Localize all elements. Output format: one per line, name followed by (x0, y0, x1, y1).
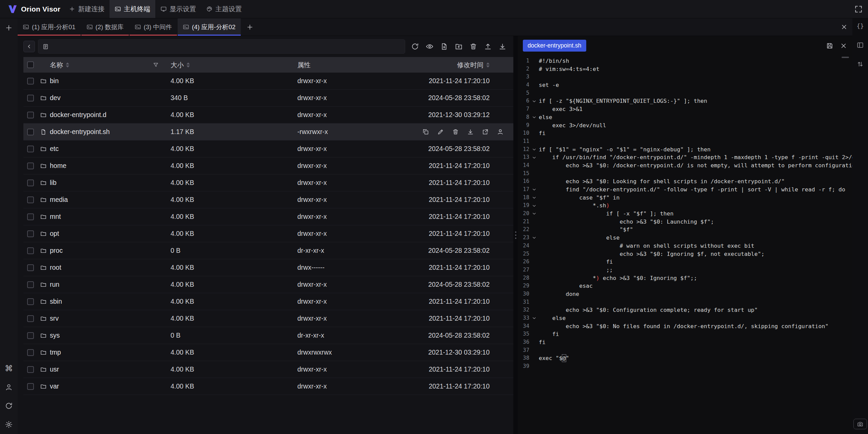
download-icon[interactable] (467, 128, 474, 135)
file-name[interactable]: sbin (37, 298, 171, 305)
header-time-label[interactable]: 修改时间 (457, 60, 484, 70)
tab-2[interactable]: (2) 数据库 (81, 18, 129, 36)
fold-chevron-icon[interactable] (529, 202, 539, 210)
row-checkbox[interactable] (23, 180, 37, 186)
fold-chevron-icon[interactable] (529, 234, 539, 242)
file-name[interactable]: srv (37, 315, 171, 322)
row-checkbox[interactable] (23, 163, 37, 169)
fold-chevron-icon[interactable] (529, 97, 539, 105)
file-name[interactable]: opt (37, 230, 171, 238)
row-checkbox[interactable] (23, 315, 37, 322)
file-row[interactable]: proc0 Bdr-xr-xr-x2024-05-28 23:58:02 (23, 242, 513, 259)
menu-host-terminal[interactable]: 主机终端 (110, 0, 155, 18)
edit-icon[interactable] (437, 128, 444, 135)
person-icon[interactable] (497, 128, 504, 135)
file-row[interactable]: var4.00 KBdrwxr-xr-x2021-11-24 17:20:10 (23, 378, 513, 395)
row-checkbox[interactable] (23, 129, 37, 135)
file-row[interactable]: sys0 Bdr-xr-xr-x2024-05-28 23:58:02 (23, 327, 513, 344)
file-name[interactable]: tmp (37, 348, 171, 356)
select-all-checkbox[interactable] (23, 61, 37, 68)
refresh-icon[interactable] (411, 42, 419, 51)
row-checkbox[interactable] (23, 281, 37, 288)
file-name[interactable]: etc (37, 145, 171, 153)
user-icon[interactable] (5, 383, 13, 391)
file-row[interactable]: run4.00 KBdrwxr-xr-x2024-05-28 23:58:02 (23, 276, 513, 293)
new-file-icon[interactable] (440, 42, 448, 51)
trash-icon[interactable] (452, 128, 459, 135)
new-session-icon[interactable] (5, 24, 13, 32)
row-checkbox[interactable] (23, 230, 37, 237)
path-input[interactable] (38, 39, 405, 54)
file-name[interactable]: docker-entrypoint.d (37, 111, 171, 119)
tab-3[interactable]: (3) 中间件 (130, 18, 177, 36)
fold-chevron-icon[interactable] (529, 146, 539, 154)
panel-splitter[interactable] (513, 36, 518, 434)
menu-display-settings[interactable]: 显示设置 (155, 0, 201, 18)
screenshot-button[interactable] (853, 419, 867, 429)
sync-icon[interactable] (5, 402, 13, 410)
menu-theme-settings[interactable]: 主题设置 (201, 0, 247, 18)
code-editor[interactable]: 1#!/bin/sh2# vim:sw=4:ts=4:et34set -e56i… (518, 55, 852, 434)
file-row[interactable]: opt4.00 KBdrwxr-xr-x2021-11-24 17:20:10 (23, 225, 513, 242)
file-row[interactable]: etc4.00 KBdrwxr-xr-x2024-05-28 23:58:02 (23, 140, 513, 157)
file-row[interactable]: srv4.00 KBdrwxr-xr-x2021-11-24 17:20:10 (23, 310, 513, 327)
row-checkbox[interactable] (23, 146, 37, 152)
file-row[interactable]: usr4.00 KBdrwxr-xr-x2021-11-24 17:20:10 (23, 361, 513, 378)
row-checkbox[interactable] (23, 366, 37, 373)
file-name[interactable]: lib (37, 179, 171, 187)
file-row[interactable]: lib4.00 KBdrwxr-xr-x2021-11-24 17:20:10 (23, 174, 513, 191)
tab-4[interactable]: (4) 应用-分析02 (178, 18, 241, 36)
sort-name-icon[interactable] (66, 62, 69, 68)
save-icon[interactable] (826, 42, 833, 50)
file-row[interactable]: docker-entrypoint.d4.00 KBdrwxr-xr-x2021… (23, 107, 513, 124)
fullscreen-icon[interactable] (854, 5, 863, 14)
file-name[interactable]: proc (37, 247, 171, 254)
fold-chevron-icon[interactable] (529, 210, 539, 218)
row-checkbox[interactable] (23, 349, 37, 356)
header-size-label[interactable]: 大小 (171, 60, 184, 70)
upload-icon[interactable] (484, 42, 492, 51)
file-name[interactable]: usr (37, 365, 171, 373)
file-name[interactable]: bin (37, 77, 171, 85)
filter-icon[interactable] (153, 62, 159, 68)
delete-icon[interactable] (469, 42, 477, 51)
file-name[interactable]: sys (37, 332, 171, 339)
close-editor-icon[interactable] (840, 42, 847, 50)
file-row[interactable]: root4.00 KBdrwx------2021-11-24 17:20:10 (23, 259, 513, 276)
row-checkbox[interactable] (23, 112, 37, 118)
scrollbar-thumb[interactable] (842, 57, 849, 58)
row-checkbox[interactable] (23, 264, 37, 271)
file-row[interactable]: dev340 Bdrwxr-xr-x2024-05-28 23:58:02 (23, 90, 513, 107)
file-row[interactable]: home4.00 KBdrwxr-xr-x2021-11-24 17:20:10 (23, 157, 513, 174)
row-checkbox[interactable] (23, 196, 37, 203)
copy-icon[interactable] (422, 128, 429, 135)
add-tab-icon[interactable] (246, 23, 254, 31)
row-checkbox[interactable] (23, 298, 37, 305)
row-checkbox[interactable] (23, 213, 37, 220)
row-checkbox[interactable] (23, 247, 37, 254)
file-row[interactable]: bin4.00 KBdrwxr-xr-x2021-11-24 17:20:10 (23, 73, 513, 90)
file-name[interactable]: home (37, 162, 171, 170)
file-name[interactable]: media (37, 196, 171, 204)
show-hidden-icon[interactable] (426, 42, 434, 51)
header-name-label[interactable]: 名称 (50, 60, 63, 70)
file-row[interactable]: tmp4.00 KBdrwxrwxrwx2021-12-30 03:29:10 (23, 344, 513, 361)
code-settings-icon[interactable]: {} (856, 22, 864, 30)
row-checkbox[interactable] (23, 95, 37, 101)
swap-lines-icon[interactable] (856, 60, 864, 68)
new-folder-icon[interactable] (455, 42, 463, 51)
file-name[interactable]: var (37, 382, 171, 390)
fold-chevron-icon[interactable] (529, 194, 539, 202)
command-shortcut-icon[interactable]: ⌘ (5, 364, 13, 373)
file-row[interactable]: mnt4.00 KBdrwxr-xr-x2021-11-24 17:20:10 (23, 208, 513, 225)
file-name[interactable]: mnt (37, 213, 171, 221)
fold-chevron-icon[interactable] (529, 153, 539, 162)
row-checkbox[interactable] (23, 78, 37, 84)
fold-chevron-icon[interactable] (529, 186, 539, 194)
layout-icon[interactable] (856, 41, 864, 49)
file-name[interactable]: run (37, 281, 171, 288)
file-name[interactable]: root (37, 264, 171, 271)
file-name[interactable]: dev (37, 94, 171, 102)
settings-icon[interactable] (5, 420, 13, 429)
fold-chevron-icon[interactable] (529, 113, 539, 121)
